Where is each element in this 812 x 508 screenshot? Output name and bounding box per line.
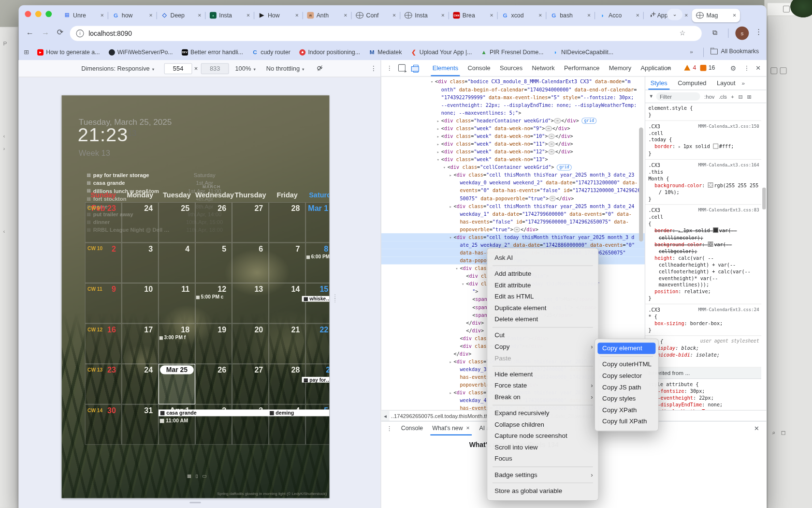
- calendar-cell[interactable]: CW 1216: [85, 324, 122, 364]
- expand-ellipsis-button[interactable]: ⋯: [554, 118, 561, 123]
- back-button[interactable]: ←: [26, 28, 34, 36]
- bookmark-how-to-generate-a[interactable]: ▶How to generate a...: [37, 49, 100, 56]
- css-property[interactable]: box-sizing: border-box;: [648, 320, 759, 327]
- calendar-cell[interactable]: 7: [269, 242, 305, 283]
- site-info-icon[interactable]: i: [76, 30, 84, 37]
- calendar-cell[interactable]: 3: [122, 242, 159, 283]
- calendar-cell[interactable]: 18▦ 3:00 PM f: [159, 324, 195, 364]
- calendar-cell[interactable]: 21: [269, 324, 305, 364]
- browser-tab-anth[interactable]: A\Anth✕: [303, 9, 351, 22]
- calendar-cell[interactable]: 10: [122, 283, 159, 324]
- calendar-cell[interactable]: 29▦ pay for…: [305, 364, 329, 404]
- dom-line[interactable]: weekday_1" data-date="1742799600000" dat…: [381, 210, 645, 218]
- calendar-cell[interactable]: 28: [269, 364, 305, 404]
- devtools-menu-icon[interactable]: ⋮: [744, 64, 750, 72]
- dom-line[interactable]: ▸<div class="week" data-week-no="12">⋯</…: [381, 148, 645, 155]
- viewport-height-input[interactable]: 833: [201, 63, 229, 75]
- tab-close-icon[interactable]: ✕: [147, 13, 155, 18]
- calendar-cell[interactable]: 4: [159, 242, 195, 283]
- issues-count[interactable]: 16: [709, 64, 715, 71]
- css-property[interactable]: border: ▸ 1px solid #fff;: [648, 143, 759, 150]
- bookmark-cudy-router[interactable]: Ccudy router: [252, 49, 290, 56]
- submenu-item-copy-element[interactable]: Copy element: [597, 343, 655, 354]
- throttling-select[interactable]: No throttling ▼: [266, 65, 305, 72]
- issues-icon[interactable]: [700, 65, 707, 71]
- calendar-cell[interactable]: 19: [195, 324, 232, 364]
- dimensions-select[interactable]: Dimensions: Responsive ▼: [81, 65, 155, 72]
- styles-filter-input[interactable]: Filter: [656, 92, 700, 100]
- dom-line[interactable]: ▸<div class="week" data-week-no="11">⋯</…: [381, 140, 645, 148]
- submenu-item-copy-selector[interactable]: Copy selector: [595, 370, 658, 382]
- menu-item-capture-node-screenshot[interactable]: Capture node screenshot: [487, 430, 598, 442]
- bookmark-upload-your-app[interactable]: ❮Upload Your App |...: [411, 49, 472, 56]
- disclosure-collapsed-icon[interactable]: ▸: [435, 140, 441, 148]
- bookmark-better-error-handli[interactable]: DEVBetter error handli...: [182, 49, 243, 56]
- address-bar[interactable]: i localhost:8090: [70, 26, 702, 41]
- calendar-cell[interactable]: 22: [305, 324, 329, 364]
- devtools-close-icon[interactable]: ✕: [755, 64, 761, 72]
- expand-ellipsis-button[interactable]: ⋯: [546, 126, 552, 131]
- menu-item-add-attribute[interactable]: Add attribute: [487, 268, 598, 280]
- grid-badge[interactable]: grid: [581, 118, 596, 124]
- drawer-close-icon[interactable]: ✕: [754, 425, 759, 432]
- stylesheet-link[interactable]: MMM-CalendarExt3.css:83: [698, 207, 759, 213]
- disclosure-collapsed-icon[interactable]: ▸: [448, 172, 454, 179]
- bookmark-pir-fresnel-dome[interactable]: ▲PIR Fresnel Dome...: [481, 49, 544, 56]
- minimize-window-button[interactable]: [35, 11, 42, 17]
- stylesheet-link[interactable]: MMM-CalendarExt3.css:24: [698, 306, 759, 313]
- calendar-cell[interactable]: 17: [122, 324, 159, 364]
- devtools-tab-console[interactable]: Console: [463, 60, 495, 76]
- disclosure-expanded-icon[interactable]: ▾: [435, 156, 441, 164]
- stylesheet-link[interactable]: MMM-Calenda…xt3.css:164: [698, 162, 759, 168]
- bookmark-indoor-positioning[interactable]: Indoor positioning...: [299, 49, 360, 56]
- browser-tab-insta[interactable]: aInsta✕: [205, 9, 254, 22]
- dom-line[interactable]: ▸<div class="cell thisMonth thisYear yea…: [381, 171, 645, 179]
- css-property[interactable]: background-color: rgb(255 255 255 / 10%)…: [648, 182, 759, 195]
- dom-line[interactable]: ▸<div class="cell thisMonth thisYear yea…: [381, 202, 645, 210]
- drawer-tab-what-s-new[interactable]: What's new✕: [428, 421, 475, 435]
- calendar-cell[interactable]: Mar 1: [305, 202, 329, 243]
- css-property[interactable]: --eventheight: 22px;: [648, 394, 759, 401]
- css-property[interactable]: unicode-bidi: isolate;: [648, 351, 759, 358]
- calendar-cell[interactable]: 8▦ 6:00 PM s: [305, 242, 329, 283]
- calendar-cell[interactable]: CW 1323: [85, 364, 122, 404]
- menu-item-edit-as-html[interactable]: Edit as HTML: [487, 291, 598, 302]
- calendar-cell[interactable]: 13: [232, 283, 269, 324]
- menu-item-expand-recursively[interactable]: Expand recursively: [487, 407, 598, 419]
- tab-close-icon[interactable]: ✕: [683, 13, 690, 18]
- disclosure-collapsed-icon[interactable]: ▸: [435, 125, 441, 133]
- expand-ellipsis-button[interactable]: ⋯: [549, 149, 555, 155]
- browser-tab-unre[interactable]: ⊞Unre✕: [59, 9, 108, 22]
- profile-avatar[interactable]: s: [735, 27, 749, 40]
- calendar-cell[interactable]: 20: [232, 324, 269, 364]
- all-bookmarks-button[interactable]: All Bookmarks: [710, 48, 759, 55]
- expand-ellipsis-button[interactable]: ⋯: [549, 134, 555, 139]
- tab-close-icon[interactable]: ✕: [585, 13, 593, 18]
- warning-triangle-icon[interactable]: [684, 65, 690, 71]
- calendar-cell[interactable]: CW 119: [85, 283, 122, 324]
- drawer-tab-close-icon[interactable]: ✕: [466, 421, 470, 435]
- browser-tab-bash[interactable]: Gbash✕: [546, 9, 594, 22]
- tab-close-icon[interactable]: ✕: [731, 13, 738, 18]
- expand-ellipsis-button[interactable]: ⋯: [514, 227, 520, 232]
- zoom-select[interactable]: 100% ▼: [235, 65, 256, 72]
- dom-line[interactable]: --eventheight: 22px; --displayEndTime: n…: [381, 101, 645, 109]
- css-property[interactable]: border: ▸ 1px solid var(--celllinecolor)…: [648, 227, 759, 241]
- bookmark-wifiwebserver-po[interactable]: WiFiWebServer/Po...: [109, 49, 173, 56]
- menu-item-paste[interactable]: Paste: [487, 353, 598, 364]
- calendar-cell[interactable]: 15▦ whiske…: [305, 283, 329, 324]
- dom-line[interactable]: ▾<div class="cellContainer weekGrid">gri…: [381, 163, 645, 171]
- css-property[interactable]: --fontsize: 30px;: [648, 388, 759, 394]
- color-swatch[interactable]: [713, 144, 718, 149]
- tab-search-chevron-button[interactable]: ⌄: [667, 9, 682, 20]
- browser-tab-insta[interactable]: Insta✕: [400, 9, 449, 22]
- breadcrumb-back-icon[interactable]: ◂: [381, 411, 390, 422]
- browser-tab-how[interactable]: Ghow✕: [108, 9, 157, 22]
- browser-tab-xcod[interactable]: Gxcod✕: [498, 9, 546, 22]
- device-toolbar-toggle-icon[interactable]: [413, 65, 419, 73]
- menu-item-edit-attribute[interactable]: Edit attribute: [487, 279, 598, 291]
- calendar-cell[interactable]: 25: [159, 202, 195, 243]
- menu-item-copy[interactable]: Copy›: [487, 341, 598, 353]
- calendar-cell[interactable]: 27: [232, 364, 269, 404]
- bookmark-nidevicecapabilit[interactable]: ◗NIDeviceCapabilit...: [552, 49, 613, 56]
